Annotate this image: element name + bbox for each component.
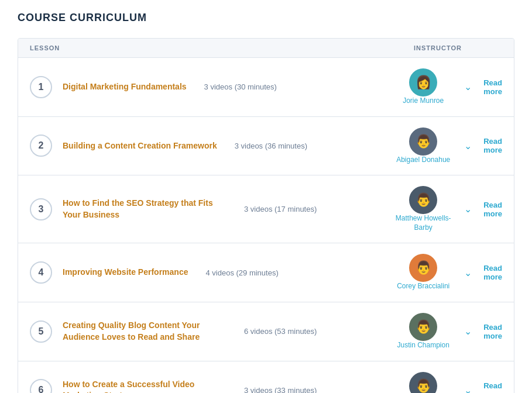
instructor-name: Matthew Howells-Barby	[394, 214, 452, 232]
expand-button[interactable]: ⌄	[462, 265, 474, 281]
expand-button[interactable]: ⌄	[462, 138, 474, 154]
lesson-title: How to Create a Successful Video Marketi…	[63, 379, 226, 393]
table-header: LESSON INSTRUCTOR	[18, 39, 514, 58]
lesson-number: 4	[30, 261, 52, 284]
header-instructor: INSTRUCTOR	[373, 44, 502, 51]
lesson-title: Digital Marketing Fundamentals	[63, 81, 187, 93]
read-more-button[interactable]: Readmore	[483, 201, 502, 218]
avatar: 👩	[409, 68, 437, 96]
read-more-button[interactable]: Readmore	[483, 381, 502, 393]
lesson-number: 2	[30, 135, 52, 157]
table-row: 5 Creating Quality Blog Content Your Aud…	[18, 302, 514, 361]
lesson-number: 5	[30, 320, 52, 343]
expand-button[interactable]: ⌄	[462, 323, 474, 339]
instructor-area: 👨 Abigael Donahue ⌄ Readmore	[373, 127, 502, 165]
instructor-area: 👨 Justin Champion ⌄ Readmore	[373, 313, 502, 350]
table-row: 4 Improving Website Performance 4 videos…	[18, 243, 514, 302]
instructor-info: 👨 Corey Braccialini	[394, 254, 452, 291]
expand-button[interactable]: ⌄	[462, 79, 474, 95]
lesson-info: How to Create a Successful Video Marketi…	[63, 379, 373, 393]
instructor-info: 👨 Justin Champion	[394, 372, 452, 393]
lesson-title: Creating Quality Blog Content Your Audie…	[63, 320, 226, 343]
table-row: 2 Building a Content Creation Framework …	[18, 117, 514, 176]
lessons-container: 1 Digital Marketing Fundamentals 3 video…	[18, 58, 514, 393]
instructor-name: Corey Braccialini	[397, 282, 449, 291]
lesson-meta: 6 videos (53 minutes)	[244, 327, 338, 336]
table-row: 3 How to Find the SEO Strategy that Fits…	[18, 175, 514, 243]
lesson-meta: 4 videos (29 minutes)	[205, 268, 299, 277]
instructor-info: 👩 Jorie Munroe	[394, 68, 452, 106]
instructor-area: 👨 Justin Champion ⌄ Readmore	[373, 372, 502, 393]
curriculum-table: LESSON INSTRUCTOR 1 Digital Marketing Fu…	[18, 38, 514, 393]
instructor-name: Justin Champion	[397, 341, 449, 350]
page-title: COURSE CURRICULUM	[18, 12, 514, 24]
lesson-meta: 3 videos (36 minutes)	[235, 142, 328, 150]
instructor-name: Abigael Donahue	[396, 156, 450, 165]
lesson-meta: 3 videos (17 minutes)	[244, 205, 338, 213]
table-row: 1 Digital Marketing Fundamentals 3 video…	[18, 58, 514, 117]
avatar: 👨	[409, 313, 437, 341]
read-more-button[interactable]: Readmore	[483, 137, 502, 154]
instructor-info: 👨 Matthew Howells-Barby	[394, 186, 452, 232]
lesson-info: How to Find the SEO Strategy that Fits Y…	[63, 198, 373, 220]
lesson-number: 6	[30, 379, 52, 393]
header-lesson: LESSON	[30, 44, 373, 51]
instructor-area: 👨 Matthew Howells-Barby ⌄ Readmore	[373, 186, 502, 232]
instructor-name: Jorie Munroe	[403, 96, 444, 106]
lesson-info: Building a Content Creation Framework 3 …	[63, 140, 373, 152]
lesson-number: 3	[30, 198, 52, 220]
table-row: 6 How to Create a Successful Video Marke…	[18, 361, 514, 393]
read-more-button[interactable]: Readmore	[483, 323, 502, 340]
expand-button[interactable]: ⌄	[462, 382, 474, 393]
read-more-button[interactable]: Readmore	[483, 78, 502, 96]
lesson-info: Creating Quality Blog Content Your Audie…	[63, 320, 373, 343]
expand-button[interactable]: ⌄	[462, 201, 474, 217]
lesson-info: Digital Marketing Fundamentals 3 videos …	[63, 81, 373, 93]
avatar: 👨	[409, 254, 437, 282]
lesson-meta: 3 videos (33 minutes)	[244, 386, 338, 393]
lesson-info: Improving Website Performance 4 videos (…	[63, 267, 373, 278]
instructor-area: 👩 Jorie Munroe ⌄ Readmore	[373, 68, 502, 106]
lesson-meta: 3 videos (30 minutes)	[204, 82, 298, 91]
avatar: 👨	[409, 372, 437, 393]
read-more-button[interactable]: Readmore	[483, 264, 502, 281]
lesson-number: 1	[30, 76, 52, 98]
instructor-area: 👨 Corey Braccialini ⌄ Readmore	[373, 254, 502, 291]
lesson-title: How to Find the SEO Strategy that Fits Y…	[63, 198, 226, 220]
instructor-info: 👨 Justin Champion	[394, 313, 452, 350]
avatar: 👨	[409, 127, 437, 156]
instructor-info: 👨 Abigael Donahue	[394, 127, 452, 165]
lesson-title: Building a Content Creation Framework	[63, 140, 217, 152]
lesson-title: Improving Website Performance	[63, 267, 188, 278]
avatar: 👨	[409, 186, 437, 214]
